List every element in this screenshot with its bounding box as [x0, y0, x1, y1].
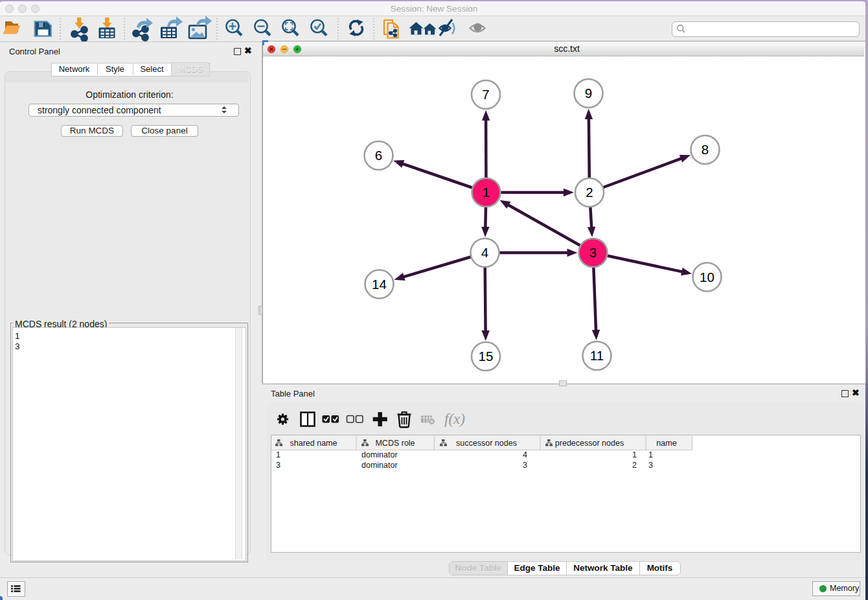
- svg-text:MCDS role: MCDS role: [375, 439, 415, 448]
- svg-text:3: 3: [589, 245, 597, 260]
- svg-text:predecessor nodes: predecessor nodes: [555, 439, 624, 448]
- svg-text:9: 9: [585, 86, 592, 100]
- svg-text:14: 14: [372, 277, 387, 292]
- svg-text:8: 8: [702, 142, 709, 157]
- svg-text:f(x): f(x): [444, 411, 465, 427]
- svg-text:11: 11: [590, 348, 604, 363]
- svg-text:15: 15: [479, 349, 494, 363]
- svg-text:successor nodes: successor nodes: [456, 439, 517, 448]
- svg-text:name: name: [656, 439, 676, 448]
- svg-text:10: 10: [700, 270, 714, 284]
- svg-text:1: 1: [483, 185, 490, 200]
- svg-text:shared name: shared name: [290, 439, 337, 448]
- svg-text:2: 2: [586, 185, 593, 200]
- svg-text:6: 6: [375, 148, 382, 163]
- svg-text:7: 7: [482, 87, 489, 102]
- svg-text:4: 4: [481, 245, 488, 260]
